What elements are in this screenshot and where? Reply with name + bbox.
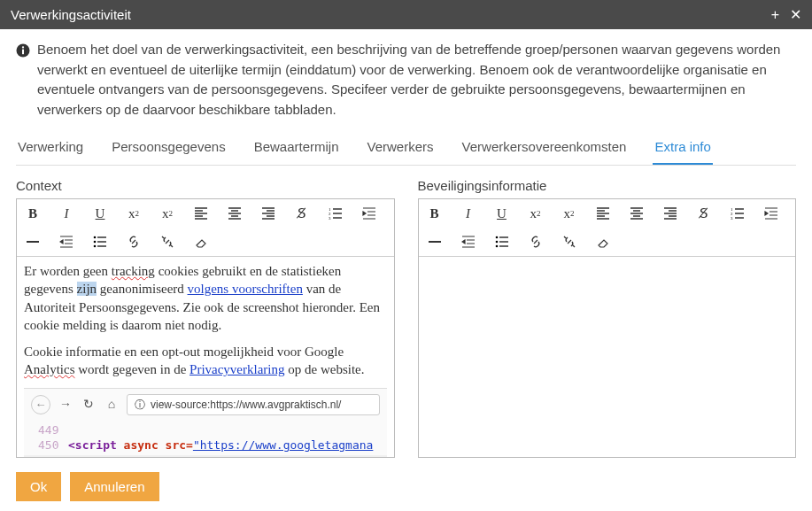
security-editor: B I U x2 x2 S̸ 123 (418, 198, 797, 458)
indent-icon[interactable] (360, 205, 378, 222)
header-actions: + ✕ (771, 8, 801, 22)
align-left-icon[interactable] (594, 205, 612, 222)
unordered-list-icon[interactable] (91, 233, 109, 251)
align-right-icon[interactable] (259, 205, 277, 222)
indent-icon[interactable] (762, 205, 780, 222)
tab-persoonsgegevens[interactable]: Persoonsgegevens (110, 132, 227, 165)
text-selection: zijn (77, 282, 97, 296)
browser-bar: ← → ↻ ⌂ ⓘ view-source:https://www.avgpra… (24, 389, 387, 421)
add-icon[interactable]: + (771, 8, 779, 22)
code-string: "https://www.googletagmana (193, 438, 374, 452)
code-tag: <script (68, 438, 117, 452)
svg-point-14 (495, 245, 498, 248)
strikethrough-icon[interactable]: S̸ (695, 205, 713, 222)
svg-point-7 (94, 241, 97, 244)
tabs: Verwerking Persoonsgegevens Bewaartermij… (16, 132, 796, 166)
align-left-icon[interactable] (192, 205, 210, 222)
align-right-icon[interactable] (661, 205, 679, 222)
text: op de website. (285, 362, 365, 376)
security-textarea[interactable] (419, 257, 796, 457)
superscript-icon[interactable]: x2 (561, 205, 578, 222)
source-code: 449 450<script async src="https://www.go… (24, 421, 387, 455)
text: wordt gegeven in de (75, 362, 190, 376)
outdent-icon[interactable] (460, 233, 477, 251)
context-toolbar: B I U x2 x2 S̸ 123 (17, 199, 394, 257)
context-editor: B I U x2 x2 S̸ 123 (16, 198, 395, 458)
horizontal-rule-icon[interactable] (24, 233, 42, 251)
ok-button[interactable]: Ok (16, 472, 61, 501)
subscript-icon[interactable]: x2 (125, 205, 143, 222)
dialog-header: Verwerkingsactiviteit + ✕ (0, 0, 812, 29)
link-voorschriften[interactable]: volgens voorschriften (188, 282, 303, 296)
svg-rect-1 (22, 50, 24, 55)
bold-icon[interactable]: B (24, 205, 42, 222)
close-icon[interactable]: ✕ (790, 8, 801, 22)
align-center-icon[interactable] (628, 205, 646, 222)
security-toolbar: B I U x2 x2 S̸ 123 (419, 199, 796, 257)
strikethrough-icon[interactable]: S̸ (293, 205, 311, 222)
info-icon (16, 43, 30, 120)
superscript-icon[interactable]: x2 (159, 205, 176, 222)
text-wavy: Analytics (24, 362, 75, 376)
svg-point-13 (495, 241, 498, 244)
svg-point-8 (94, 245, 97, 248)
svg-point-6 (94, 236, 97, 239)
underline-icon[interactable]: U (493, 205, 511, 222)
tab-verwerkersovereenkomsten[interactable]: Verwerkersovereenkomsten (460, 132, 629, 165)
info-box: Benoem het doel van de verwerkingsactivi… (16, 40, 796, 120)
context-label: Context (16, 178, 395, 193)
tab-verwerking[interactable]: Verwerking (16, 132, 85, 165)
context-textarea[interactable]: Er worden geen tracking cookies gebruikt… (17, 257, 394, 457)
browser-address-bar: ⓘ view-source:https://www.avgpraktisch.n… (127, 394, 380, 415)
ordered-list-icon[interactable]: 123 (327, 205, 344, 222)
security-label: Beveiligingsinformatie (418, 178, 797, 193)
text: Cookie informatie en een opt-out mogelij… (24, 345, 344, 359)
subscript-icon[interactable]: x2 (527, 205, 545, 222)
info-small-icon: ⓘ (135, 398, 145, 412)
unlink-icon[interactable] (561, 233, 578, 251)
dialog-title: Verwerkingsactiviteit (11, 7, 131, 22)
link-icon[interactable] (527, 233, 545, 251)
horizontal-rule-icon[interactable] (426, 233, 444, 251)
text-wavy: tracking (112, 264, 155, 278)
ordered-list-icon[interactable]: 123 (729, 205, 746, 222)
line-number: 449 (38, 422, 68, 438)
svg-text:3: 3 (731, 216, 733, 221)
svg-point-2 (22, 46, 24, 48)
link-privacyverklaring[interactable]: Privacyverklaring (189, 362, 284, 376)
bold-icon[interactable]: B (426, 205, 444, 222)
text: Er worden geen (24, 264, 112, 278)
tab-bewaartermijn[interactable]: Bewaartermijn (252, 132, 341, 165)
cancel-button[interactable]: Annuleren (70, 472, 159, 501)
eraser-icon[interactable] (192, 233, 210, 251)
link-icon[interactable] (125, 233, 143, 251)
unordered-list-icon[interactable] (493, 233, 511, 251)
browser-back-icon: ← (31, 395, 50, 414)
align-center-icon[interactable] (226, 205, 244, 222)
browser-reload-icon: ↻ (81, 397, 97, 413)
unlink-icon[interactable] (159, 233, 176, 251)
svg-point-12 (495, 236, 498, 239)
tab-verwerkers[interactable]: Verwerkers (366, 132, 436, 165)
underline-icon[interactable]: U (91, 205, 109, 222)
text: geanonimiseerd (97, 282, 187, 296)
tab-extra-info[interactable]: Extra info (653, 132, 712, 165)
line-number: 450 (38, 437, 68, 453)
browser-home-icon: ⌂ (104, 397, 120, 413)
svg-text:3: 3 (329, 216, 331, 221)
horizontal-scrollbar[interactable] (24, 455, 387, 457)
outdent-icon[interactable] (58, 233, 75, 251)
eraser-icon[interactable] (594, 233, 612, 251)
info-text: Benoem het doel van de verwerkingsactivi… (37, 40, 796, 120)
italic-icon[interactable]: I (58, 205, 75, 222)
code-attr: async src= (117, 438, 193, 452)
browser-url: view-source:https://www.avgpraktisch.nl/ (151, 398, 341, 412)
embedded-screenshot: ← → ↻ ⌂ ⓘ view-source:https://www.avgpra… (24, 388, 387, 458)
browser-forward-icon: → (58, 397, 73, 413)
italic-icon[interactable]: I (460, 205, 477, 222)
